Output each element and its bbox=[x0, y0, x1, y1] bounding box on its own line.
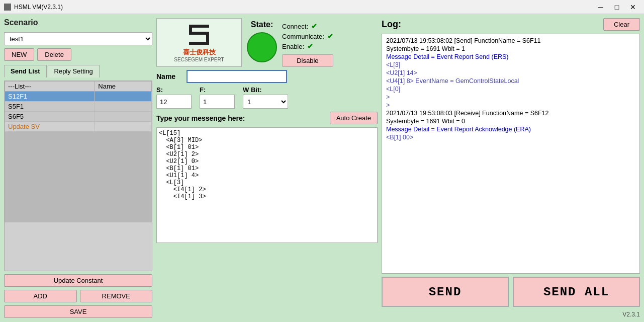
log-header: Log: Clear bbox=[382, 18, 640, 31]
tabs: Send List Reply Setting bbox=[4, 65, 152, 77]
tab-reply-setting[interactable]: Reply Setting bbox=[48, 65, 100, 77]
send-button[interactable]: SEND bbox=[382, 277, 509, 307]
f-label: F: bbox=[200, 86, 235, 94]
sfwbit-row: S: F: W Bit: 1 0 bbox=[156, 86, 378, 109]
update-constant-button[interactable]: Update Constant bbox=[4, 274, 152, 287]
log-entry: Systembyte = 1691 Wbit = 1 bbox=[386, 45, 635, 52]
list-item-list: Update SV bbox=[5, 122, 95, 132]
new-delete-row: NEW Delete bbox=[4, 48, 152, 61]
log-entry: <U4[1] 8> EventName = GemControlStateLoc… bbox=[386, 77, 635, 85]
minimize-button[interactable]: ─ bbox=[594, 2, 608, 13]
svg-rect-4 bbox=[189, 42, 209, 45]
communicate-item: Communicate: ✔ bbox=[282, 32, 333, 40]
wbit-label: W Bit: bbox=[243, 86, 288, 94]
new-button[interactable]: NEW bbox=[4, 48, 34, 61]
titlebar-left: HSML VM(V2.3.1) bbox=[4, 4, 63, 11]
message-textarea[interactable]: <L[15] <A[3] MID> <B[1] 01> <U2[1] 2> <U… bbox=[156, 127, 378, 243]
communicate-check: ✔ bbox=[327, 32, 333, 40]
list-item-list: S6F5 bbox=[5, 112, 95, 122]
log-entry: Message Detail = Event Report Acknowledg… bbox=[386, 126, 635, 133]
middle-panel: 喜士俊科技 SECSEGEM EXPERT State: Connect: ✔ … bbox=[156, 18, 378, 318]
delete-button[interactable]: Delete bbox=[37, 48, 71, 61]
s-input[interactable] bbox=[156, 95, 192, 109]
list-item-list: S5F1 bbox=[5, 102, 95, 112]
list-item-name bbox=[95, 92, 152, 102]
log-entry: 2021/07/13 19:53:08:02 [Send] FunctionNa… bbox=[386, 37, 635, 44]
list-item-name bbox=[95, 122, 152, 132]
close-button[interactable]: ✕ bbox=[626, 2, 640, 13]
auto-create-button[interactable]: Auto Create bbox=[330, 112, 378, 124]
app-title: HSML VM(V2.3.1) bbox=[14, 4, 63, 11]
message-label: Type your messenge here: bbox=[156, 114, 245, 122]
list-item[interactable]: Update SV bbox=[5, 122, 152, 132]
log-title: Log: bbox=[382, 19, 401, 30]
list-item-name bbox=[95, 112, 152, 122]
connect-label: Connect: bbox=[282, 23, 308, 30]
version-label: V2.3.1 bbox=[382, 311, 640, 318]
log-entry: > bbox=[386, 102, 635, 109]
col-name-header: Name bbox=[95, 82, 152, 92]
company-logo bbox=[184, 23, 214, 48]
message-header: Type your messenge here: Auto Create bbox=[156, 112, 378, 124]
top-section: 喜士俊科技 SECSEGEM EXPERT State: Connect: ✔ … bbox=[156, 18, 378, 67]
log-entry: <U2[1] 14> bbox=[386, 69, 635, 76]
svg-rect-6 bbox=[192, 38, 206, 42]
clear-button[interactable]: Clear bbox=[603, 18, 640, 31]
name-row: Name bbox=[156, 70, 378, 83]
connect-check: ✔ bbox=[311, 22, 317, 30]
list-empty-area bbox=[5, 132, 152, 222]
scenario-dropdown-row: test1 bbox=[4, 32, 152, 45]
log-entry: <L[3] bbox=[386, 61, 635, 68]
save-button[interactable]: SAVE bbox=[4, 305, 152, 318]
enable-check: ✔ bbox=[307, 42, 313, 50]
scenario-dropdown[interactable]: test1 bbox=[4, 32, 152, 45]
list-item[interactable]: S5F1 bbox=[5, 102, 152, 112]
log-entry: Message Detail = Event Report Send (ERS) bbox=[386, 53, 635, 60]
name-label: Name bbox=[156, 72, 181, 80]
titlebar: HSML VM(V2.3.1) ─ □ ✕ bbox=[0, 0, 644, 14]
f-field-group: F: bbox=[200, 86, 235, 109]
add-remove-row: ADD REMOVE bbox=[4, 290, 152, 302]
list-table: ---List--- Name S12F1S5F1S6F5Update SV bbox=[5, 81, 152, 132]
right-panel: Log: Clear 2021/07/13 19:53:08:02 [Send]… bbox=[382, 18, 640, 318]
svg-rect-5 bbox=[192, 28, 206, 32]
company-card: 喜士俊科技 SECSEGEM EXPERT bbox=[156, 18, 242, 67]
list-item-list: S12F1 bbox=[5, 92, 95, 102]
svg-rect-2 bbox=[189, 32, 209, 35]
state-label: State: bbox=[251, 20, 273, 29]
state-section: State: bbox=[247, 20, 277, 62]
log-entry: <B[1] 00> bbox=[386, 134, 635, 141]
connection-section: Connect: ✔ Communicate: ✔ Enable: ✔ Disa… bbox=[282, 22, 333, 67]
col-list-header: ---List--- bbox=[5, 82, 95, 92]
enable-label: Enable: bbox=[282, 43, 304, 50]
company-name: 喜士俊科技 bbox=[183, 48, 216, 57]
log-entry: Systembyte = 1691 Wbit = 0 bbox=[386, 118, 635, 125]
left-panel: Scenario test1 NEW Delete Send List Repl… bbox=[4, 18, 152, 318]
list-item[interactable]: S12F1 bbox=[5, 92, 152, 102]
titlebar-controls: ─ □ ✕ bbox=[594, 2, 640, 13]
log-entry: <L[0] bbox=[386, 86, 635, 93]
remove-button[interactable]: REMOVE bbox=[80, 290, 153, 302]
enable-item: Enable: ✔ bbox=[282, 42, 333, 50]
name-input[interactable] bbox=[187, 70, 287, 83]
add-button[interactable]: ADD bbox=[4, 290, 77, 302]
state-circle bbox=[247, 32, 277, 62]
s-field-group: S: bbox=[156, 86, 192, 109]
disable-button[interactable]: Disable bbox=[282, 54, 333, 67]
tab-send-list[interactable]: Send List bbox=[4, 65, 47, 77]
wbit-select[interactable]: 1 0 bbox=[243, 95, 288, 109]
scenario-title: Scenario bbox=[4, 18, 152, 27]
s-label: S: bbox=[156, 86, 192, 94]
list-item-name bbox=[95, 102, 152, 112]
list-table-container: ---List--- Name S12F1S5F1S6F5Update SV bbox=[4, 80, 152, 271]
log-entry: > bbox=[386, 94, 635, 101]
send-buttons: SEND SEND ALL bbox=[382, 277, 640, 307]
communicate-label: Communicate: bbox=[282, 33, 324, 40]
maximize-button[interactable]: □ bbox=[610, 2, 624, 13]
svg-rect-3 bbox=[206, 35, 209, 42]
send-all-button[interactable]: SEND ALL bbox=[513, 277, 640, 307]
log-content: 2021/07/13 19:53:08:02 [Send] FunctionNa… bbox=[382, 34, 640, 274]
list-item[interactable]: S6F5 bbox=[5, 112, 152, 122]
log-entry: 2021/07/13 19:53:08:03 [Receive] Functio… bbox=[386, 110, 635, 117]
f-input[interactable] bbox=[200, 95, 235, 109]
